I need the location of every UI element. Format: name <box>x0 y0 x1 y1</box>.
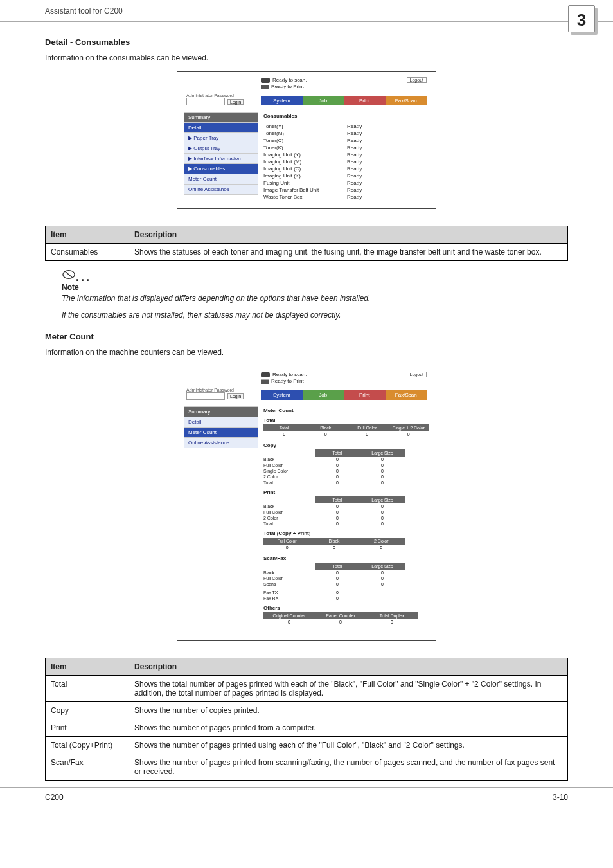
footer-left: C200 <box>45 793 64 802</box>
td: 0 <box>360 570 405 575</box>
t2-r4-d: Shows the number of pages printed from s… <box>129 754 568 781</box>
td: 0 <box>360 509 405 515</box>
tab-faxscan-2[interactable]: Fax/Scan <box>386 390 427 400</box>
sf-label: Scan/Fax <box>263 556 429 561</box>
note-p1: The information that is displayed differ… <box>62 293 568 303</box>
cons-v-0: Ready <box>347 123 362 129</box>
admin-password-label-2: Administrator Password <box>186 388 261 392</box>
td: 0 <box>315 590 360 595</box>
td: 0 <box>366 619 418 625</box>
consumables-title: Consumables <box>263 113 429 119</box>
lbl: Fax TX <box>263 590 315 595</box>
th: Total <box>315 449 360 457</box>
section1-heading: Detail - Consumables <box>45 37 568 47</box>
tab-job[interactable]: Job <box>303 96 344 105</box>
cons-v-3: Ready <box>347 145 362 150</box>
logout-button-2[interactable]: Logout <box>407 372 427 377</box>
td: 0 <box>360 575 405 581</box>
screenshot-consumables: Ready to scan. Ready to Print Logout Adm… <box>177 71 436 209</box>
th: Single + 2 Color <box>388 424 430 431</box>
td: 0 <box>315 503 360 509</box>
section1-intro: Information on the consumables can be vi… <box>45 53 568 62</box>
t2-r1-d: Shows the number of copies printed. <box>129 702 568 719</box>
th: Large Size <box>360 563 405 570</box>
th: Total <box>315 563 360 570</box>
nav-detail-2[interactable]: Detail <box>184 417 258 428</box>
tab-system[interactable]: System <box>261 96 303 105</box>
lbl: Black <box>263 503 315 509</box>
td: 0 <box>346 431 388 437</box>
lbl: Fax RX <box>263 595 315 601</box>
th: Large Size <box>360 496 405 503</box>
nav-online-assistance[interactable]: Online Assistance <box>184 185 258 195</box>
screenshot-meter-count: Ready to scan. Ready to Print Logout Adm… <box>177 366 436 641</box>
tab-system-2[interactable]: System <box>261 390 303 400</box>
tab-job-2[interactable]: Job <box>303 390 344 400</box>
table-row: Scan/FaxShows the number of pages printe… <box>46 754 568 781</box>
nav-output-tray[interactable]: ▶ Output Tray <box>184 143 258 154</box>
t2-r0-d: Shows the total number of pages printed … <box>129 676 568 702</box>
td: 0 <box>360 462 405 468</box>
login-button-2[interactable]: Login <box>227 393 244 399</box>
table-row: PrintShows the number of pages printed f… <box>46 719 568 737</box>
note-block: ... Note The information that is display… <box>62 267 568 320</box>
nav-online-assistance-2[interactable]: Online Assistance <box>184 438 258 448</box>
nav-detail[interactable]: Detail <box>184 123 258 133</box>
copy-label: Copy <box>263 442 429 448</box>
td: 0 <box>315 521 360 527</box>
td: 0 <box>305 431 347 437</box>
lbl: Full Color <box>263 575 315 581</box>
logout-button[interactable]: Logout <box>407 77 427 83</box>
status-scan: Ready to scan. <box>272 77 306 83</box>
footer-right: 3-10 <box>553 793 568 802</box>
nav-meter-count-2[interactable]: Meter Count <box>184 428 258 438</box>
cons-v-6: Ready <box>347 166 362 172</box>
section2-intro: Information on the machine counters can … <box>45 348 568 357</box>
td: 0 <box>315 457 360 462</box>
status-print-2: Ready to Print <box>271 378 304 384</box>
t2-r2-d: Shows the number of pages printed from a… <box>129 719 568 737</box>
nav-meter-count[interactable]: Meter Count <box>184 174 258 185</box>
tcp-label: Total (Copy + Print) <box>263 530 429 536</box>
td: 0 <box>315 575 360 581</box>
admin-password-label: Administrator Password <box>186 93 261 98</box>
admin-password-input[interactable] <box>186 98 225 105</box>
cons-k-2: Toner(C) <box>263 138 347 143</box>
cons-k-5: Imaging Unit (M) <box>263 159 347 165</box>
lbl: 2 Color <box>263 515 315 521</box>
table-row: TotalShows the total number of pages pri… <box>46 676 568 702</box>
t2-r0-i: Total <box>46 676 129 702</box>
nav-consumables[interactable]: ▶ Consumables <box>184 164 258 174</box>
t1-r0-desc: Shows the statuses of each toner and ima… <box>129 244 568 261</box>
total-label: Total <box>263 417 429 423</box>
login-button[interactable]: Login <box>227 99 244 105</box>
nav-paper-tray[interactable]: ▶ Paper Tray <box>184 133 258 143</box>
meter-title: Meter Count <box>263 408 429 413</box>
tab-print-2[interactable]: Print <box>344 390 386 400</box>
th: Full Color <box>263 538 310 545</box>
td: 0 <box>315 468 360 474</box>
td: 0 <box>310 545 357 550</box>
lbl: Total <box>263 521 315 527</box>
nav-summary[interactable]: Summary <box>184 112 258 123</box>
cons-v-10: Ready <box>347 194 362 200</box>
th: Black <box>310 538 357 545</box>
tab-faxscan[interactable]: Fax/Scan <box>386 96 427 105</box>
tab-print[interactable]: Print <box>344 96 386 105</box>
cons-k-9: Image Transfer Belt Unit <box>263 187 347 193</box>
lbl: Scans <box>263 581 315 587</box>
cons-v-8: Ready <box>347 180 362 186</box>
th: Original Counter <box>263 612 315 619</box>
note-dots: ... <box>76 271 91 284</box>
td: 0 <box>358 545 405 550</box>
nav-interface-info[interactable]: ▶ Interface Information <box>184 154 258 164</box>
note-icon <box>62 267 76 284</box>
t1-head-desc: Description <box>129 226 568 244</box>
admin-password-input-2[interactable] <box>186 392 225 400</box>
th: Large Size <box>360 449 405 457</box>
th: Total <box>315 496 360 503</box>
table-row: Consumables Shows the statuses of each t… <box>46 244 568 261</box>
nav-summary-2[interactable]: Summary <box>184 406 258 417</box>
td: 0 <box>360 474 405 480</box>
t2-r1-i: Copy <box>46 702 129 719</box>
